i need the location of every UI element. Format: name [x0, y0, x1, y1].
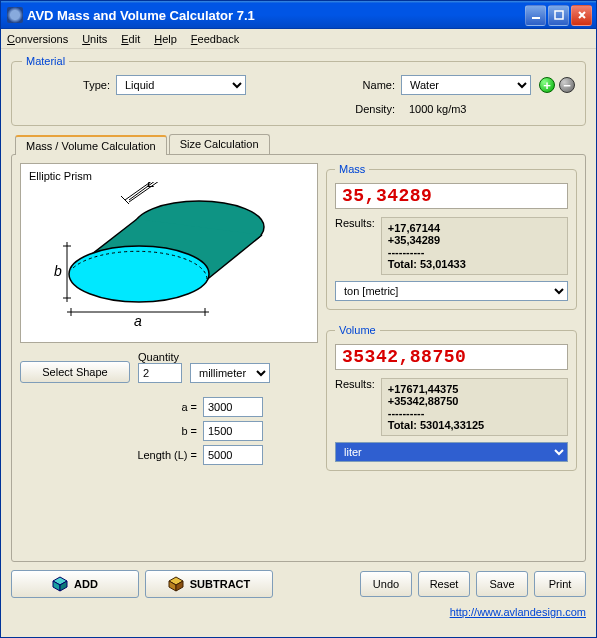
diagram-label-a: a — [134, 313, 142, 329]
menu-feedback[interactable]: Feedback — [191, 33, 239, 45]
dim-length-input[interactable] — [203, 445, 263, 465]
mass-results: +17,67144 +35,34289 ---------- Total: 53… — [381, 217, 568, 275]
shape-svg: b a L — [29, 182, 299, 332]
dim-b-input[interactable] — [203, 421, 263, 441]
undo-button[interactable]: Undo — [360, 571, 412, 597]
dim-a-label: a = — [181, 401, 197, 413]
tab-mass-volume[interactable]: Mass / Volume Calculation — [15, 135, 167, 155]
type-label: Type: — [22, 79, 110, 91]
volume-legend: Volume — [335, 324, 380, 336]
minimize-button[interactable] — [525, 5, 546, 26]
tabs: Mass / Volume Calculation Size Calculati… — [11, 134, 586, 562]
client-area: Material Type: Liquid Name: Water + − De… — [1, 49, 596, 604]
diagram-label-b: b — [54, 263, 62, 279]
shape-diagram: Elliptic Prism — [20, 163, 318, 343]
cube-add-icon — [52, 576, 68, 592]
app-icon — [7, 7, 23, 23]
quantity-input[interactable] — [138, 363, 182, 383]
mass-unit-select[interactable]: ton [metric] — [335, 281, 568, 301]
density-label: Density: — [355, 103, 395, 115]
svg-line-4 — [129, 182, 189, 202]
volume-value: 35342,88750 — [335, 344, 568, 370]
volume-results: +17671,44375 +35342,88750 ---------- Tot… — [381, 378, 568, 436]
quantity-label: Quantity — [138, 351, 182, 363]
dim-length-label: Length (L) = — [137, 449, 197, 461]
mass-legend: Mass — [335, 163, 369, 175]
app-window: AVD Mass and Volume Calculator 7.1 Conve… — [0, 0, 597, 638]
svg-point-3 — [69, 246, 209, 302]
dimensions-group: a = b = Length (L) = — [20, 397, 318, 465]
close-button[interactable] — [571, 5, 592, 26]
material-legend: Material — [22, 55, 69, 67]
dim-b-label: b = — [181, 425, 197, 437]
menu-conversions[interactable]: Conversions — [7, 33, 68, 45]
svg-rect-0 — [532, 17, 540, 19]
action-buttons: ADD SUBTRACT Undo Reset Save Print — [11, 570, 586, 598]
mass-group: Mass 35,34289 Results: +17,67144 +35,342… — [326, 163, 577, 310]
menubar: Conversions Units Edit Help Feedback — [1, 29, 596, 49]
mass-value: 35,34289 — [335, 183, 568, 209]
type-select[interactable]: Liquid — [116, 75, 246, 95]
maximize-icon — [554, 10, 564, 20]
dim-a-input[interactable] — [203, 397, 263, 417]
density-value: 1000 kg/m3 — [409, 103, 529, 115]
svg-rect-1 — [555, 11, 563, 19]
footer-link[interactable]: http://www.avlandesign.com — [1, 604, 596, 620]
mass-results-label: Results: — [335, 217, 375, 229]
svg-line-11 — [125, 182, 187, 200]
length-unit-select[interactable]: millimeter — [190, 363, 270, 383]
diagram-label-L: L — [147, 182, 155, 190]
svg-line-12 — [121, 196, 129, 204]
add-material-button[interactable]: + — [539, 77, 555, 93]
subtract-button[interactable]: SUBTRACT — [145, 570, 273, 598]
volume-group: Volume 35342,88750 Results: +17671,44375… — [326, 324, 577, 471]
select-shape-button[interactable]: Select Shape — [20, 361, 130, 383]
print-button[interactable]: Print — [534, 571, 586, 597]
material-group: Material Type: Liquid Name: Water + − De… — [11, 55, 586, 126]
remove-material-button[interactable]: − — [559, 77, 575, 93]
menu-help[interactable]: Help — [154, 33, 177, 45]
reset-button[interactable]: Reset — [418, 571, 470, 597]
save-button[interactable]: Save — [476, 571, 528, 597]
window-controls — [525, 5, 592, 26]
maximize-button[interactable] — [548, 5, 569, 26]
volume-unit-select[interactable]: liter — [335, 442, 568, 462]
tab-content: Elliptic Prism — [11, 154, 586, 562]
shape-name: Elliptic Prism — [29, 170, 309, 182]
tab-size[interactable]: Size Calculation — [169, 134, 270, 154]
cube-subtract-icon — [168, 576, 184, 592]
menu-units[interactable]: Units — [82, 33, 107, 45]
minimize-icon — [531, 10, 541, 20]
name-label: Name: — [363, 79, 395, 91]
menu-edit[interactable]: Edit — [121, 33, 140, 45]
window-title: AVD Mass and Volume Calculator 7.1 — [27, 8, 525, 23]
add-button[interactable]: ADD — [11, 570, 139, 598]
close-icon — [577, 10, 587, 20]
titlebar: AVD Mass and Volume Calculator 7.1 — [1, 1, 596, 29]
volume-results-label: Results: — [335, 378, 375, 390]
name-select[interactable]: Water — [401, 75, 531, 95]
